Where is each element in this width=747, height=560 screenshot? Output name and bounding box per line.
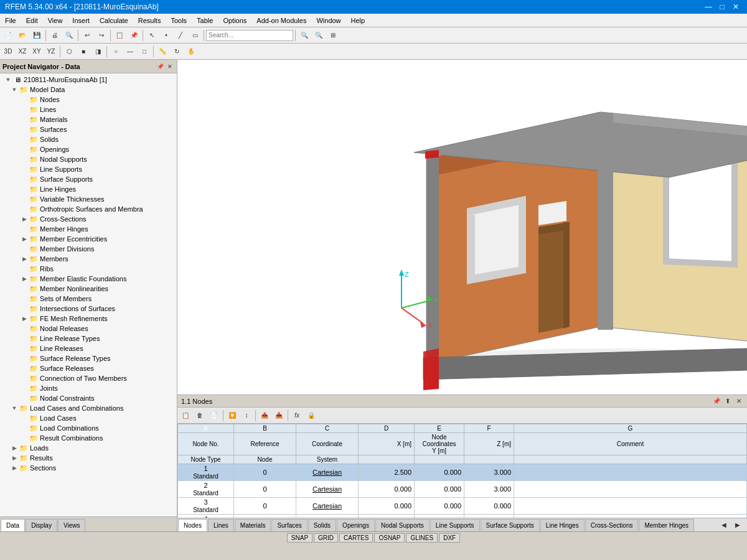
menu-help[interactable]: Help — [346, 14, 370, 27]
close-button[interactable]: ✕ — [730, 1, 742, 12]
table-delete-row[interactable]: 🗑 — [193, 409, 207, 422]
maximize-button[interactable]: □ — [716, 1, 728, 12]
table-import[interactable]: 📥 — [272, 409, 286, 422]
status-grid[interactable]: GRID — [314, 533, 338, 543]
tab-member-hinges[interactable]: Member Hinges — [639, 519, 694, 531]
tab-nodal-supports[interactable]: Nodal Supports — [375, 519, 430, 531]
view-yz-btn[interactable]: YZ — [44, 45, 58, 58]
print-btn[interactable]: 🖨 — [48, 29, 62, 42]
table-pin-btn[interactable]: 📌 — [712, 397, 721, 406]
view-xz-btn[interactable]: XZ — [16, 45, 29, 58]
zoom-all-btn[interactable]: ⊞ — [326, 29, 340, 42]
open-btn[interactable]: 📂 — [16, 29, 29, 42]
tree-connection-two-members[interactable]: 📁 Connection of Two Members — [0, 373, 177, 383]
table-row[interactable]: 3Standard 0 Cartesian 0.000 0.000 0.000 — [178, 498, 747, 515]
tree-line-release-types[interactable]: 📁 Line Release Types — [0, 334, 177, 343]
menu-tools[interactable]: Tools — [166, 14, 192, 27]
load-cases-toggle[interactable]: ▼ — [10, 404, 19, 413]
tree-surface-supports[interactable]: 📁 Surface Supports — [0, 174, 177, 184]
tree-nodal-supports[interactable]: 📁 Nodal Supports — [0, 154, 177, 164]
menu-file[interactable]: File — [0, 14, 21, 27]
table-row[interactable]: 2Standard 0 Cartesian 0.000 0.000 3.000 — [178, 481, 747, 498]
tree-members[interactable]: ▶ 📁 Members — [0, 254, 177, 264]
status-glines[interactable]: GLINES — [406, 533, 438, 543]
tab-openings[interactable]: Openings — [337, 519, 375, 531]
menu-options[interactable]: Options — [218, 14, 251, 27]
sections-toggle[interactable]: ▶ — [10, 464, 19, 472]
table-close-btn[interactable]: ✕ — [735, 397, 743, 406]
tree-surfaces[interactable]: 📁 Surfaces — [0, 124, 177, 134]
tree-joints[interactable]: 📁 Joints — [0, 383, 177, 393]
solid-btn[interactable]: ■ — [77, 45, 90, 58]
node-vis-btn[interactable]: ○ — [109, 45, 123, 58]
tree-loads[interactable]: ▶ 📁 Loads — [0, 443, 177, 453]
tree-materials[interactable]: 📁 Materials — [0, 114, 177, 124]
tab-lines[interactable]: Lines — [208, 519, 234, 531]
fe-mesh-toggle[interactable]: ▶ — [20, 314, 29, 323]
tree-ribs[interactable]: 📁 Ribs — [0, 264, 177, 274]
tab-materials[interactable]: Materials — [235, 519, 271, 531]
wire-btn[interactable]: ⬡ — [62, 45, 76, 58]
member-elastic-toggle[interactable]: ▶ — [20, 274, 29, 283]
select-btn[interactable]: ↖ — [145, 29, 159, 42]
root-toggle[interactable]: ▼ — [4, 75, 12, 84]
menu-table[interactable]: Table — [192, 14, 218, 27]
tree-load-cases-comb[interactable]: ▼ 📁 Load Cases and Combinations — [0, 403, 177, 413]
tree-intersections[interactable]: 📁 Intersections of Surfaces — [0, 304, 177, 314]
table-float-btn[interactable]: ⬆ — [723, 397, 732, 406]
tree-member-nonlin[interactable]: 📁 Member Nonlinearities — [0, 284, 177, 294]
tree-orthotropic[interactable]: 📁 Orthotropic Surfaces and Membra — [0, 204, 177, 214]
tree-cross-sections[interactable]: ▶ 📁 Cross-Sections — [0, 214, 177, 224]
search-input[interactable] — [206, 30, 293, 41]
tree-surface-releases[interactable]: 📁 Surface Releases — [0, 363, 177, 373]
tree-load-cases[interactable]: 📁 Load Cases — [0, 413, 177, 423]
measure-btn[interactable]: 📏 — [156, 45, 169, 58]
tab-data[interactable]: Data — [1, 519, 25, 531]
surface-btn[interactable]: ▭ — [188, 29, 202, 42]
menu-calculate[interactable]: Calculate — [95, 14, 133, 27]
tree-member-hinges[interactable]: 📁 Member Hinges — [0, 224, 177, 234]
table-sort[interactable]: ↕ — [240, 409, 253, 422]
view-3d-btn[interactable]: 3D — [1, 45, 15, 58]
line-vis-btn[interactable]: — — [123, 45, 137, 58]
table-copy-row[interactable]: 📄 — [207, 409, 221, 422]
tree-openings[interactable]: 📁 Openings — [0, 144, 177, 154]
tab-line-hinges[interactable]: Line Hinges — [540, 519, 585, 531]
paste-btn[interactable]: 📌 — [127, 29, 141, 42]
line-btn[interactable]: ╱ — [174, 29, 187, 42]
table-filter[interactable]: 🔽 — [225, 409, 239, 422]
tree-line-hinges[interactable]: 📁 Line Hinges — [0, 184, 177, 194]
cross-sections-toggle[interactable]: ▶ — [20, 215, 29, 223]
status-snap[interactable]: SNAP — [287, 533, 312, 543]
menu-results[interactable]: Results — [133, 14, 166, 27]
tree-lines[interactable]: 📁 Lines — [0, 105, 177, 114]
tree-variable-thicknesses[interactable]: 📁 Variable Thicknesses — [0, 194, 177, 204]
tree-line-releases[interactable]: 📁 Line Releases — [0, 343, 177, 353]
tab-nodes[interactable]: Nodes — [178, 519, 207, 531]
minimize-button[interactable]: — — [702, 1, 715, 12]
menu-addons[interactable]: Add-on Modules — [251, 14, 311, 27]
status-cartes[interactable]: CARTES — [339, 533, 373, 543]
tree-nodes[interactable]: 📁 Nodes — [0, 95, 177, 105]
table-row[interactable]: 1Standard 0 Cartesian 2.500 0.000 3.000 — [178, 464, 747, 481]
menu-window[interactable]: Window — [311, 14, 345, 27]
model-data-toggle[interactable]: ▼ — [10, 85, 19, 94]
menu-insert[interactable]: Insert — [67, 14, 95, 27]
member-ecc-toggle[interactable]: ▶ — [20, 235, 29, 243]
tree-line-supports[interactable]: 📁 Line Supports — [0, 164, 177, 174]
tree-fe-mesh[interactable]: ▶ 📁 FE Mesh Refinements — [0, 314, 177, 324]
save-btn[interactable]: 💾 — [30, 29, 44, 42]
tree-surface-release-types[interactable]: 📁 Surface Release Types — [0, 353, 177, 363]
node-btn[interactable]: • — [159, 29, 173, 42]
tree-root[interactable]: ▼ 🖥 210811-MuroEsquinaAb [1] — [0, 75, 177, 85]
new-btn[interactable]: 📄 — [1, 29, 15, 42]
tree-member-elastic[interactable]: ▶ 📁 Member Elastic Foundations — [0, 274, 177, 284]
pan-btn[interactable]: ✋ — [184, 45, 198, 58]
tree-model-data[interactable]: ▼ 📁 Model Data — [0, 85, 177, 95]
table-new-row[interactable]: 📋 — [179, 409, 192, 422]
tab-surface-supports[interactable]: Surface Supports — [481, 519, 540, 531]
table-export[interactable]: 📤 — [258, 409, 271, 422]
table-fx[interactable]: fx — [290, 409, 304, 422]
tab-scroll-left[interactable]: ◀ — [717, 518, 731, 531]
view-xy-btn[interactable]: XY — [30, 45, 44, 58]
